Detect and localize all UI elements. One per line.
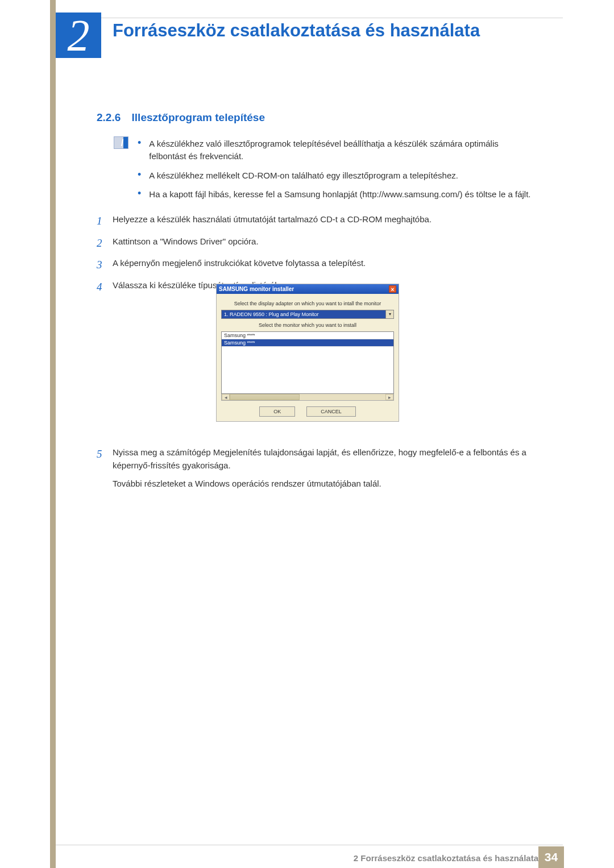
monitor-label: Select the monitor which you want to ins… bbox=[221, 322, 394, 328]
bullet-item: • Ha a kapott fájl hibás, keresse fel a … bbox=[138, 188, 536, 201]
left-tab-strip bbox=[50, 0, 56, 868]
page-number: 34 bbox=[538, 846, 564, 868]
bullet-dot-icon: • bbox=[138, 169, 141, 182]
horizontal-scrollbar[interactable]: ◂ ▸ bbox=[221, 394, 394, 401]
scroll-track[interactable] bbox=[230, 394, 385, 400]
step-1: 1 Helyezze a készülék használati útmutat… bbox=[97, 213, 540, 230]
step-5-block: 5 Nyissa meg a számítógép Megjelenítés t… bbox=[97, 446, 540, 496]
chevron-down-icon[interactable]: ▾ bbox=[385, 310, 393, 318]
step-number-blank bbox=[97, 477, 113, 491]
note-icon bbox=[114, 136, 128, 149]
bullet-dot-icon: • bbox=[138, 138, 141, 163]
footer: 2 Forráseszköz csatlakoztatása és haszná… bbox=[0, 845, 614, 868]
step-5-extra: További részleteket a Windows operációs … bbox=[97, 477, 540, 491]
step-text: Kattintson a "Windows Driver" opcióra. bbox=[113, 235, 540, 252]
adapter-select[interactable]: 1. RADEON 9550 : Plug and Play Monitor ▾ bbox=[221, 310, 394, 319]
chapter-number-badge: 2 bbox=[56, 13, 101, 58]
close-icon[interactable]: × bbox=[389, 285, 396, 293]
step-number: 2 bbox=[97, 235, 113, 252]
step-number: 5 bbox=[97, 446, 113, 472]
scroll-left-icon[interactable]: ◂ bbox=[222, 394, 230, 400]
step-text: További részleteket a Windows operációs … bbox=[113, 477, 540, 491]
step-text: Nyissa meg a számítógép Megjelenítés tul… bbox=[113, 446, 540, 472]
dialog-buttons: OK CANCEL bbox=[221, 406, 394, 417]
window-titlebar: SAMSUNG monitor installer × bbox=[217, 284, 399, 294]
step-number: 3 bbox=[97, 257, 113, 273]
bullet-item: • A készülékhez mellékelt CD-ROM-on talá… bbox=[138, 169, 536, 182]
bullet-text: Ha a kapott fájl hibás, keresse fel a Sa… bbox=[149, 188, 536, 201]
adapter-select-value: 1. RADEON 9550 : Plug and Play Monitor bbox=[222, 310, 385, 318]
list-item[interactable]: Samsung **** bbox=[222, 332, 393, 339]
window-body: Select the display adapter on which you … bbox=[217, 294, 399, 421]
bullet-text: A készülékhez való illesztőprogramok tel… bbox=[149, 138, 536, 163]
step-text: Helyezze a készülék használati útmutatój… bbox=[113, 213, 540, 230]
installer-window: SAMSUNG monitor installer × Select the d… bbox=[216, 284, 399, 422]
step-number: 4 bbox=[97, 279, 113, 296]
header-rule bbox=[56, 18, 563, 18]
step-3: 3 A képernyőn megjelenő instrukciókat kö… bbox=[97, 257, 540, 273]
section-heading: 2.2.6 Illesztőprogram telepítése bbox=[97, 111, 265, 124]
chapter-title: Forráseszköz csatlakoztatása és használa… bbox=[113, 20, 480, 41]
step-2: 2 Kattintson a "Windows Driver" opcióra. bbox=[97, 235, 540, 252]
window-title: SAMSUNG monitor installer bbox=[219, 286, 294, 292]
footer-chapter-label: 2 Forráseszköz csatlakoztatása és haszná… bbox=[354, 853, 538, 863]
cancel-button[interactable]: CANCEL bbox=[306, 406, 356, 417]
adapter-label: Select the display adapter on which you … bbox=[221, 301, 394, 306]
step-text: A képernyőn megjelenő instrukciókat köve… bbox=[113, 257, 540, 273]
section-number: 2.2.6 bbox=[97, 111, 121, 123]
section-title: Illesztőprogram telepítése bbox=[132, 111, 265, 123]
step-number: 1 bbox=[97, 213, 113, 230]
monitor-list[interactable]: Samsung **** Samsung **** bbox=[221, 331, 394, 394]
bullet-item: • A készülékhez való illesztőprogramok t… bbox=[138, 138, 536, 163]
step-5: 5 Nyissa meg a számítógép Megjelenítés t… bbox=[97, 446, 540, 472]
bullet-dot-icon: • bbox=[138, 188, 141, 201]
scroll-thumb[interactable] bbox=[230, 394, 300, 400]
list-item-selected[interactable]: Samsung **** bbox=[222, 339, 393, 347]
scroll-right-icon[interactable]: ▸ bbox=[385, 394, 393, 400]
ok-button[interactable]: OK bbox=[259, 406, 295, 417]
note-bullets: • A készülékhez való illesztőprogramok t… bbox=[138, 138, 536, 207]
installer-screenshot: SAMSUNG monitor installer × Select the d… bbox=[216, 284, 399, 422]
bullet-text: A készülékhez mellékelt CD-ROM-on találh… bbox=[149, 169, 536, 182]
